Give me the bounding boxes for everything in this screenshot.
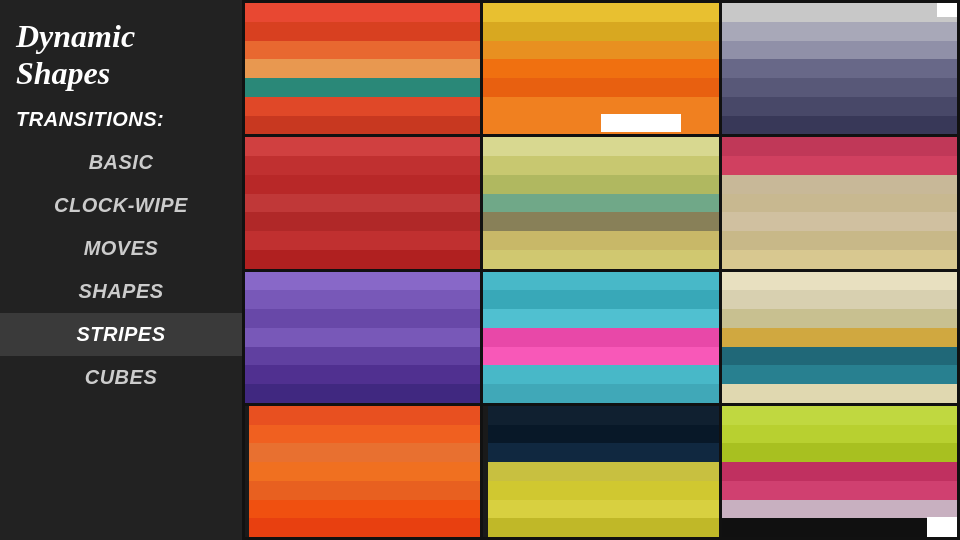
thumb-3[interactable]: [722, 3, 957, 134]
sidebar-item-clock-wipe[interactable]: CLOCK-WIPE: [0, 184, 242, 227]
thumb-2[interactable]: [483, 3, 718, 134]
thumbnail-grid: [242, 0, 960, 540]
thumb-12[interactable]: [722, 406, 957, 537]
thumb-7[interactable]: [245, 272, 480, 403]
sidebar: Dynamic Shapes TRANSITIONS: BASIC CLOCK-…: [0, 0, 242, 540]
sidebar-item-cubes[interactable]: CUBES: [0, 356, 242, 399]
thumb-4[interactable]: [245, 137, 480, 268]
thumb-10[interactable]: [245, 406, 480, 537]
thumb-5[interactable]: [483, 137, 718, 268]
sidebar-item-moves[interactable]: MOVES: [0, 227, 242, 270]
thumb-8[interactable]: [483, 272, 718, 403]
thumb-9[interactable]: [722, 272, 957, 403]
thumb-1[interactable]: [245, 3, 480, 134]
transitions-label: TRANSITIONS:: [0, 106, 242, 141]
thumb-11[interactable]: [483, 406, 718, 537]
thumb-6[interactable]: [722, 137, 957, 268]
sidebar-item-basic[interactable]: BASIC: [0, 141, 242, 184]
app-title: Dynamic Shapes: [0, 10, 242, 106]
sidebar-item-stripes[interactable]: STRIPES: [0, 313, 242, 356]
sidebar-item-shapes[interactable]: SHAPES: [0, 270, 242, 313]
